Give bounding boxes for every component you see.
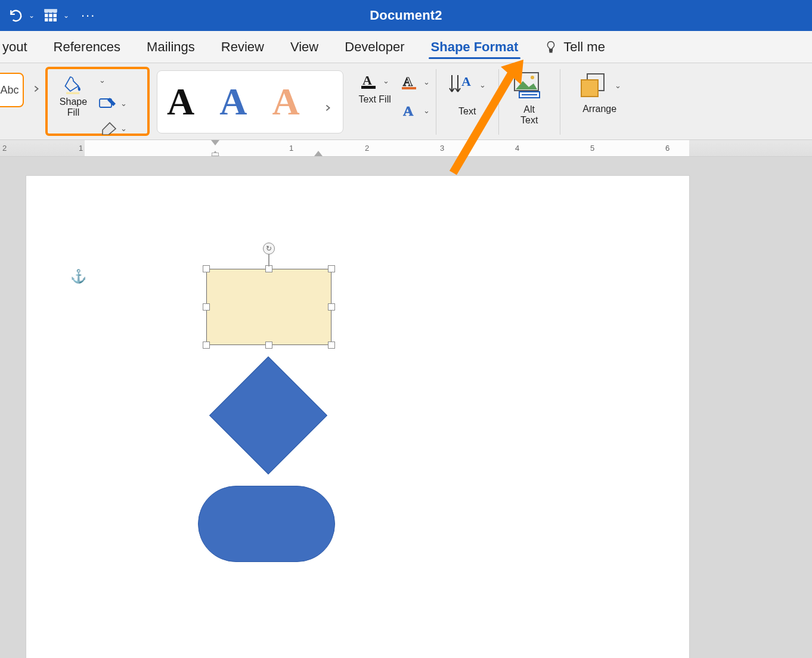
tab-label: View [290, 39, 318, 55]
tab-label: yout [2, 39, 27, 55]
resize-handle-nw[interactable] [203, 265, 210, 272]
shape-effects-caret[interactable]: ⌄ [120, 124, 127, 133]
tab-mailings[interactable]: Mailings [134, 31, 208, 63]
shape-styles-group: Abc [0, 67, 45, 137]
wordart-style-3[interactable]: A [268, 80, 303, 124]
shape-fill-button[interactable]: Shape Fill [51, 74, 95, 131]
svg-text:A: A [403, 74, 413, 89]
tab-label: Review [221, 39, 264, 55]
undo-button[interactable] [6, 5, 26, 26]
group-divider [498, 69, 499, 135]
table-icon [43, 8, 58, 23]
wordart-styles-gallery[interactable]: A A A [157, 70, 343, 134]
text-direction-button[interactable]: A ⌄ [448, 72, 486, 98]
picture-icon [513, 72, 546, 99]
text-fill-button[interactable]: A ⌄ [360, 72, 389, 89]
text-group-label: Text [458, 106, 476, 117]
ruler-number: 2 [365, 144, 369, 153]
tab-shape-format[interactable]: Shape Format [418, 31, 532, 63]
svg-rect-5 [361, 86, 376, 89]
resize-handle-e[interactable] [328, 303, 335, 311]
text-fill-icon: A [360, 72, 378, 89]
tab-label: Developer [345, 39, 404, 55]
shape-outline-caret[interactable]: ⌄ [120, 99, 127, 108]
lightbulb-icon [544, 41, 557, 54]
alt-text-button[interactable] [513, 72, 546, 101]
text-fill-label: Text Fill [359, 94, 391, 105]
chevron-down-icon: ⌄ [423, 77, 430, 86]
rectangle-shape-selected[interactable] [206, 269, 331, 345]
ribbon-tabs: yout References Mailings Review View Dev… [0, 31, 812, 63]
svg-rect-7 [402, 87, 416, 89]
resize-handle-s[interactable] [265, 342, 272, 349]
resize-handle-sw[interactable] [203, 342, 210, 349]
shape-fill-group-highlighted: Shape Fill ⌄ ⌄ ⌄ [45, 67, 150, 136]
svg-text:A: A [403, 103, 414, 119]
diamond-shape[interactable] [209, 356, 327, 474]
tell-me-label: Tell me [563, 39, 605, 55]
tell-me-search[interactable]: Tell me [531, 31, 618, 63]
tab-developer[interactable]: Developer [331, 31, 417, 63]
text-effects-button[interactable]: A ⌄ [401, 101, 430, 119]
text-outline-button[interactable]: A ⌄ [401, 73, 430, 91]
text-fill-group: A ⌄ Text Fill [347, 67, 401, 137]
text-outline-icon: A [401, 73, 419, 91]
table-button[interactable] [41, 5, 61, 26]
resize-handle-se[interactable] [328, 342, 335, 349]
ruler-number: 2 [2, 144, 7, 153]
ruler-number: 4 [515, 144, 519, 153]
arrange-icon [578, 72, 610, 99]
tab-layout[interactable]: yout [0, 31, 41, 63]
tab-view[interactable]: View [277, 31, 331, 63]
table-dropdown-caret[interactable]: ⌄ [63, 11, 69, 20]
resize-handle-ne[interactable] [328, 265, 335, 272]
tab-label: Mailings [147, 39, 195, 55]
chevron-right-icon[interactable] [32, 85, 41, 93]
ruler-number: 5 [590, 144, 594, 153]
left-indent-marker[interactable] [212, 153, 219, 156]
qat-overflow-button[interactable]: ··· [81, 8, 95, 23]
shape-style-label: Abc [0, 84, 18, 97]
shape-effects-icon[interactable] [99, 122, 117, 135]
arrange-group: ⌄ Arrange [564, 67, 636, 137]
text-direction-icon: A [448, 72, 475, 98]
alt-text-label: Alt Text [520, 104, 538, 126]
chevron-down-icon: ⌄ [99, 76, 106, 85]
svg-rect-1 [44, 9, 57, 12]
first-line-indent-marker[interactable] [211, 140, 219, 145]
document-title: Document2 [0, 8, 812, 23]
page[interactable]: ⚓ ↻ [26, 176, 689, 658]
group-divider [560, 69, 560, 135]
title-bar: ⌄ ⌄ ··· Document2 [0, 0, 812, 31]
arrange-label: Arrange [582, 104, 616, 114]
tab-review[interactable]: Review [208, 31, 277, 63]
arrange-button[interactable]: ⌄ [578, 72, 621, 99]
svg-point-11 [531, 76, 534, 79]
tab-label: Shape Format [431, 39, 519, 55]
undo-dropdown-caret[interactable]: ⌄ [29, 11, 35, 20]
chevron-right-icon[interactable] [324, 104, 332, 112]
shape-fill-more[interactable]: ⌄ [99, 75, 106, 85]
right-indent-marker[interactable] [314, 151, 323, 156]
horizontal-ruler[interactable]: 2 1 1 2 3 4 5 6 [0, 140, 812, 157]
resize-handle-w[interactable] [203, 303, 210, 311]
shape-style-preview[interactable]: Abc [0, 73, 24, 107]
wordart-style-2[interactable]: A [216, 80, 250, 124]
ruler-number: 1 [289, 144, 293, 153]
wordart-style-1[interactable]: A [163, 80, 198, 124]
ruler-number: 6 [665, 144, 670, 153]
rotation-handle[interactable]: ↻ [263, 243, 275, 254]
chevron-down-icon: ⌄ [383, 76, 389, 85]
svg-rect-14 [581, 80, 598, 97]
svg-text:A: A [461, 74, 471, 89]
svg-text:A: A [362, 73, 372, 88]
svg-rect-2 [66, 92, 79, 94]
shape-outline-icon[interactable] [99, 97, 117, 110]
text-outline-effects: A ⌄ A ⌄ [401, 67, 432, 137]
chevron-down-icon: ⌄ [423, 106, 430, 115]
document-viewport[interactable]: ⚓ ↻ [0, 157, 812, 658]
tab-references[interactable]: References [41, 31, 134, 63]
rounded-rectangle-shape[interactable] [198, 486, 335, 562]
paint-bucket-icon [63, 74, 83, 94]
shape-fill-label: Shape Fill [60, 97, 87, 118]
